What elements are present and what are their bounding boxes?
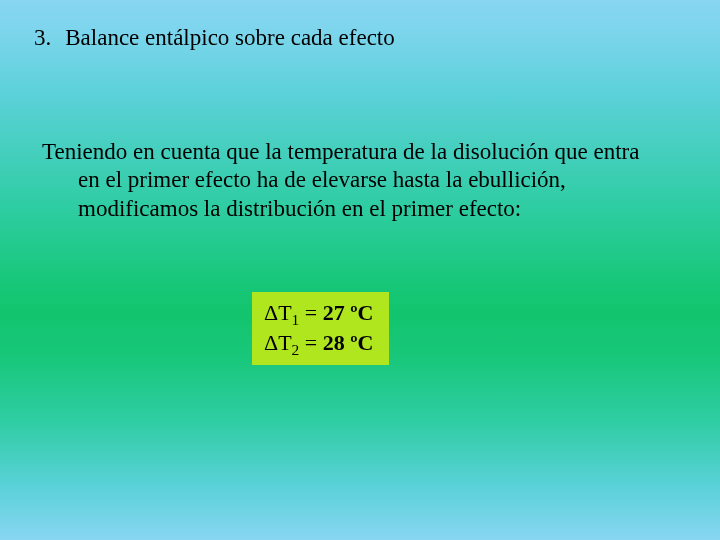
equation-row-1: ΔT1 = 27 ºC (264, 298, 373, 328)
intro-paragraph: Teniendo en cuenta que la temperatura de… (42, 138, 642, 224)
equation-box: ΔT1 = 27 ºC ΔT2 = 28 ºC (252, 292, 389, 365)
value: 28 (323, 330, 345, 355)
heading-number: 3. (34, 24, 51, 52)
heading-text: Balance entálpico sobre cada efecto (65, 24, 394, 52)
var-symbol: T (278, 300, 291, 325)
unit: ºC (345, 300, 374, 325)
equation-row-2: ΔT2 = 28 ºC (264, 328, 373, 358)
value: 27 (323, 300, 345, 325)
paragraph-text: Teniendo en cuenta que la temperatura de… (42, 138, 642, 224)
section-heading: 3. Balance entálpico sobre cada efecto (34, 24, 692, 52)
equals: = (299, 300, 322, 325)
var-symbol: T (278, 330, 291, 355)
equals: = (299, 330, 322, 355)
delta-symbol: Δ (264, 330, 278, 355)
unit: ºC (345, 330, 374, 355)
slide: 3. Balance entálpico sobre cada efecto T… (0, 0, 720, 540)
delta-symbol: Δ (264, 300, 278, 325)
